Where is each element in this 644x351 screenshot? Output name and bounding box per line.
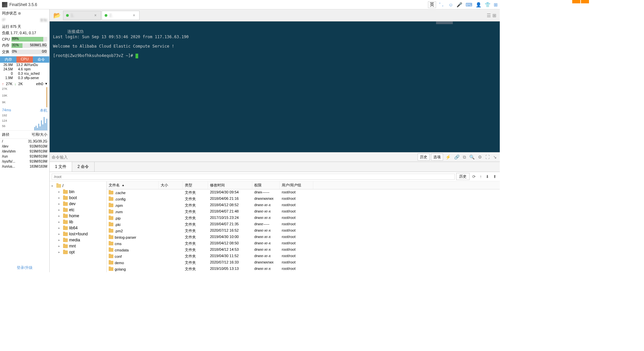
- expand-icon[interactable]: ▸: [58, 232, 62, 236]
- col-perm[interactable]: 权限: [252, 181, 280, 189]
- expand-icon[interactable]: ▸: [58, 250, 62, 254]
- emoji-icon[interactable]: ☺: [448, 2, 453, 7]
- download-icon[interactable]: ⬇: [484, 174, 490, 179]
- connection-tab-2[interactable]: 2. ×: [102, 11, 140, 20]
- file-row[interactable]: demo 文件夹 2020/07/12 16:33 drwxrwxrwx roo…: [107, 259, 500, 266]
- tree-item[interactable]: ▸ lib: [50, 219, 106, 225]
- open-folder-button[interactable]: 📂: [51, 11, 63, 20]
- tree-item[interactable]: ▸ media: [50, 237, 106, 243]
- tree-item[interactable]: ▸ home: [50, 213, 106, 219]
- tree-item[interactable]: ▸ lost+found: [50, 231, 106, 237]
- options-button[interactable]: 选项: [431, 154, 443, 161]
- tree-item[interactable]: ▸ lib64: [50, 225, 106, 231]
- expand-icon[interactable]: ▸: [58, 238, 62, 242]
- path-history-button[interactable]: 历史: [456, 173, 470, 180]
- tree-root[interactable]: ▸ /: [50, 183, 106, 189]
- file-row[interactable]: .cache 文件夹 2019/04/30 09:54 drwx------ r…: [107, 189, 500, 196]
- iface-label[interactable]: eth0: [36, 82, 43, 86]
- tab-mem[interactable]: 内存: [0, 56, 16, 63]
- file-row[interactable]: .pki 文件夹 2018/04/07 21:35 drwxr----- roo…: [107, 221, 500, 228]
- file-row[interactable]: .npm 文件夹 2018/04/12 08:52 drwxr-xr-x roo…: [107, 202, 500, 209]
- expand-icon[interactable]: ▸: [58, 208, 62, 212]
- tab-cpu[interactable]: CPU: [16, 56, 33, 63]
- file-row[interactable]: cmsdata 文件夹 2018/04/12 14:53 drwxr-xr-x …: [107, 247, 500, 253]
- user-icon[interactable]: 👤: [476, 2, 481, 7]
- process-row[interactable]: 26.9M 13.2 AliYunDu: [0, 63, 49, 67]
- chevron-down-icon[interactable]: ▾: [45, 81, 47, 86]
- collapse-icon[interactable]: ↘: [492, 155, 498, 160]
- expand-icon[interactable]: ▸: [58, 214, 62, 218]
- expand-icon[interactable]: ▸: [58, 244, 62, 248]
- file-row[interactable]: .config 文件夹 2018/04/06 21:16 drwxrwxrwx …: [107, 196, 500, 202]
- copy-icon[interactable]: ⧉: [462, 155, 467, 160]
- expand-icon[interactable]: ▸: [58, 220, 62, 224]
- keyboard-icon[interactable]: ⌨: [466, 2, 472, 7]
- disk-row[interactable]: /run 919M/919M: [0, 154, 49, 159]
- tree-item[interactable]: ▸ bin: [50, 189, 106, 195]
- link-icon[interactable]: 🔗: [453, 155, 461, 160]
- file-row[interactable]: cms 文件夹 2018/04/12 08:50 drwxr-xr-x root…: [107, 240, 500, 247]
- expand-icon[interactable]: ▸: [58, 226, 62, 230]
- list-view-icon[interactable]: ☰: [487, 13, 491, 18]
- disk-row[interactable]: /sys/fs/... 919M/919M: [0, 159, 49, 164]
- grid-icon[interactable]: ⊞: [494, 2, 498, 7]
- tree-item[interactable]: ▸ mnt: [50, 243, 106, 249]
- command-input[interactable]: [52, 155, 418, 160]
- gear-icon[interactable]: ⚙: [477, 155, 483, 160]
- file-row[interactable]: golang 文件夹 2019/10/05 13:13 drwxr-xr-x r…: [107, 266, 500, 272]
- file-row[interactable]: .pip 文件夹 2017/10/15 23:24 drwxr-xr-x roo…: [107, 215, 500, 221]
- disk-row[interactable]: /dev/shm 919M/919M: [0, 149, 49, 154]
- col-type[interactable]: 类型: [183, 181, 208, 189]
- close-icon[interactable]: ×: [131, 13, 137, 18]
- col-date[interactable]: 修改时间: [208, 181, 252, 189]
- terminal[interactable]: 连接成功 Last login: Sun Sep 13 09:53:46 202…: [50, 21, 500, 152]
- process-row[interactable]: 1.9M 0.3 sftp-serve: [0, 76, 49, 80]
- file-row[interactable]: conf 文件夹 2019/04/30 11:52 drwxr-xr-x roo…: [107, 253, 500, 259]
- file-row[interactable]: .nvm 文件夹 2018/04/07 21:48 drwxr-xr-x roo…: [107, 209, 500, 215]
- path-input[interactable]: [52, 174, 455, 180]
- file-row[interactable]: binlog-parser 文件夹 2019/04/30 10:00 drwxr…: [107, 234, 500, 240]
- disk-row[interactable]: /run/us... 183M/183M: [0, 164, 49, 169]
- sync-label: 同步状态: [2, 11, 17, 16]
- language-badge[interactable]: 英: [428, 1, 436, 8]
- login-upgrade-button[interactable]: 登录/升级: [0, 263, 49, 272]
- expand-icon[interactable]: ▸: [58, 196, 62, 199]
- ping-host[interactable]: 本机: [40, 108, 47, 113]
- mic-icon[interactable]: 🎤: [457, 2, 462, 7]
- up-icon[interactable]: ↑: [478, 174, 483, 179]
- expand-icon[interactable]: ▸: [58, 190, 62, 193]
- ime-icon[interactable]: '，: [439, 2, 445, 8]
- col-name[interactable]: 文件名▲: [107, 181, 159, 189]
- copy-button[interactable]: 复制: [40, 18, 47, 23]
- process-row[interactable]: 24.5M 4.6 npm: [0, 67, 49, 71]
- tree-item[interactable]: ▸ etc: [50, 207, 106, 213]
- tree-item[interactable]: ▸ opt: [50, 249, 106, 255]
- process-row[interactable]: 0 0.3 rcu_sched: [0, 71, 49, 76]
- net-row: ↑27K ↓2K eth0▾: [0, 80, 49, 87]
- tree-item[interactable]: ▸ dev: [50, 201, 106, 207]
- expand-icon[interactable]: ⛶: [484, 155, 491, 160]
- upload-icon[interactable]: ⬆: [492, 174, 498, 179]
- close-icon[interactable]: ×: [93, 13, 98, 18]
- swap-label: 交换: [2, 49, 10, 54]
- tab-cmd[interactable]: 命令: [33, 56, 49, 63]
- connection-tab-1[interactable]: 1. ×: [63, 11, 101, 20]
- refresh-icon[interactable]: ⟳: [471, 174, 477, 179]
- expand-icon[interactable]: ▸: [58, 202, 62, 206]
- search-icon[interactable]: 🔍: [468, 155, 476, 160]
- shirt-icon[interactable]: 👕: [485, 2, 490, 7]
- tree-item[interactable]: ▸ boot: [50, 195, 106, 201]
- bolt-icon[interactable]: ⚡: [444, 155, 452, 160]
- tab-files[interactable]: 1 文件: [50, 162, 72, 172]
- col-user[interactable]: 用户/用户组: [280, 181, 313, 189]
- terminal-handle[interactable]: [436, 21, 453, 24]
- ip-row: IP复制: [0, 17, 49, 23]
- disk-row[interactable]: /dev 910M/910M: [0, 144, 49, 149]
- col-size[interactable]: 大小: [159, 181, 183, 189]
- disk-row[interactable]: / 31.3G/39.2G: [0, 139, 49, 144]
- grid-view-icon[interactable]: ⊞: [492, 13, 496, 18]
- file-row[interactable]: .pm2 文件夹 2020/07/12 16:52 drwxr-xr-x roo…: [107, 228, 500, 234]
- tab-commands[interactable]: 2 命令: [72, 162, 95, 172]
- history-button[interactable]: 历史: [418, 154, 430, 161]
- expand-icon[interactable]: ▸: [52, 184, 55, 187]
